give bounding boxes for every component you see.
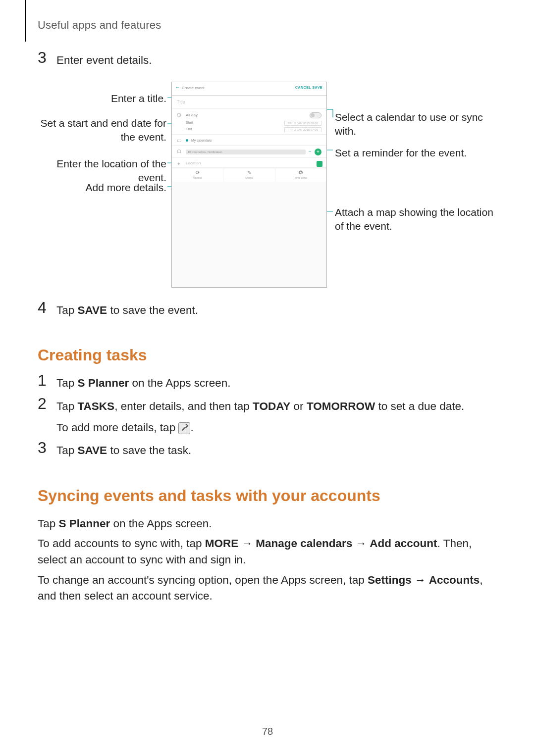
page-number: 78 bbox=[0, 726, 535, 737]
text-fragment: Tap bbox=[56, 304, 78, 316]
tasks-step-3: 3 Tap SAVE to save the task. bbox=[38, 443, 497, 459]
document-page: Useful apps and features 3 Enter event d… bbox=[0, 0, 535, 756]
today-keyword: TODAY bbox=[253, 400, 290, 412]
bell-icon: ☖ bbox=[176, 149, 182, 154]
start-value: FRI, 2 JAN 2015 08:00 bbox=[284, 121, 321, 126]
step-subtext: To add more details, tap . bbox=[56, 420, 497, 436]
text-fragment: on the Apps screen. bbox=[110, 517, 212, 530]
more-repeat: ⟳ Repeat bbox=[172, 168, 223, 182]
splanner-keyword: S Planner bbox=[78, 377, 129, 389]
more-details-row: ⟳ Repeat ✎ Memo ✪ Time zone bbox=[172, 168, 326, 182]
tasks-step-2: 2 Tap TASKS, enter details, and then tap… bbox=[38, 399, 497, 436]
step-number: 4 bbox=[38, 300, 47, 315]
callout-select-calendar: Select a calendar to use or sync with. bbox=[335, 110, 493, 139]
save-keyword: SAVE bbox=[78, 304, 107, 316]
callout-start-end-date: Set a start and end date for the event. bbox=[38, 116, 166, 145]
step-text: Tap SAVE to save the event. bbox=[56, 302, 497, 319]
reminder-section: ☖ 10 min before, Notification − + bbox=[172, 146, 326, 158]
phone-screenshot: ← Create event CANCEL SAVE Title ◷ All d… bbox=[171, 82, 327, 288]
all-day-row: All day bbox=[186, 112, 321, 119]
tasks-keyword: TASKS bbox=[78, 400, 115, 412]
memo-label: Memo bbox=[223, 176, 274, 179]
start-row: Start FRI, 2 JAN 2015 08:00 bbox=[186, 121, 321, 126]
step-text: Tap SAVE to save the task. bbox=[56, 443, 497, 459]
more-memo: ✎ Memo bbox=[223, 168, 274, 182]
expand-edit-icon bbox=[178, 422, 190, 434]
add-account-keyword: Add account bbox=[370, 537, 437, 550]
phone-header: ← Create event CANCEL SAVE bbox=[172, 82, 326, 96]
clock-icon: ◷ bbox=[176, 112, 182, 118]
arrow: → bbox=[352, 537, 370, 550]
start-label: Start bbox=[186, 121, 193, 126]
step-number: 1 bbox=[38, 372, 47, 388]
repeat-label: Repeat bbox=[172, 176, 223, 179]
event-editor-figure: Enter a title. Set a start and end date … bbox=[38, 82, 497, 288]
callout-attach-map: Attach a map showing the location of the… bbox=[335, 205, 493, 234]
pin-icon: ⌖ bbox=[176, 161, 182, 167]
all-day-toggle bbox=[310, 112, 321, 118]
map-button-icon bbox=[317, 161, 322, 167]
calendar-icon: ▭ bbox=[176, 138, 182, 144]
end-label: End bbox=[186, 127, 192, 132]
step-text: Enter event details. bbox=[56, 52, 497, 69]
text-fragment: Tap bbox=[56, 377, 78, 389]
text-fragment: to set a due date. bbox=[375, 400, 464, 412]
text-fragment: to save the event. bbox=[107, 304, 198, 316]
settings-keyword: Settings bbox=[368, 574, 412, 586]
step-4: 4 Tap SAVE to save the event. bbox=[38, 302, 497, 319]
text-fragment: . bbox=[190, 421, 193, 434]
text-fragment: Tap bbox=[56, 444, 78, 456]
all-day-label: All day bbox=[186, 113, 198, 117]
step-text: Tap TASKS, enter details, and then tap T… bbox=[56, 399, 497, 415]
repeat-icon: ⟳ bbox=[172, 170, 223, 175]
title-field: Title bbox=[172, 96, 326, 109]
arrow: → bbox=[412, 574, 429, 586]
text-fragment: To add more details, tap bbox=[56, 421, 178, 434]
manage-calendars-keyword: Manage calendars bbox=[256, 537, 352, 550]
more-keyword: MORE bbox=[205, 537, 239, 550]
text-fragment: , enter details, and then tap bbox=[114, 400, 253, 412]
more-timezone: ✪ Time zone bbox=[275, 168, 326, 182]
timezone-icon: ✪ bbox=[275, 170, 326, 175]
memo-icon: ✎ bbox=[223, 170, 274, 175]
callout-reminder: Set a reminder for the event. bbox=[335, 146, 493, 160]
location-section: ⌖ Location bbox=[172, 158, 326, 168]
step-number: 3 bbox=[38, 50, 47, 65]
back-arrow-icon: ← bbox=[175, 85, 180, 90]
header-actions: CANCEL SAVE bbox=[295, 86, 322, 89]
margin-rule bbox=[25, 0, 26, 42]
step-number: 2 bbox=[38, 396, 47, 411]
tasks-step-1: 1 Tap S Planner on the Apps screen. bbox=[38, 375, 497, 392]
text-fragment: To change an account's syncing option, o… bbox=[38, 574, 368, 586]
calendar-name: My calendars bbox=[191, 139, 212, 142]
text-fragment: Tap bbox=[38, 517, 59, 530]
end-row: End FRI, 2 JAN 2015 07:00 bbox=[186, 127, 321, 132]
text-fragment: or bbox=[290, 400, 307, 412]
callout-enter-title: Enter a title. bbox=[38, 92, 166, 105]
step-number: 3 bbox=[38, 440, 47, 455]
timezone-label: Time zone bbox=[275, 176, 326, 179]
remove-reminder-icon: − bbox=[308, 150, 313, 154]
calendar-row: My calendars bbox=[186, 138, 321, 143]
callout-more-details: Add more details. bbox=[38, 181, 166, 195]
text-fragment: Tap bbox=[56, 400, 78, 412]
text-fragment: on the Apps screen. bbox=[129, 377, 230, 389]
reminder-pill: 10 min before, Notification bbox=[186, 150, 306, 154]
heading-syncing: Syncing events and tasks with your accou… bbox=[38, 487, 497, 505]
save-keyword: SAVE bbox=[78, 444, 107, 456]
add-reminder-icon: + bbox=[315, 149, 321, 155]
header-title: Create event bbox=[182, 86, 205, 90]
text-fragment: To add accounts to sync with, tap bbox=[38, 537, 205, 550]
calendar-color-icon bbox=[186, 139, 188, 142]
arrow: → bbox=[238, 537, 256, 550]
syncing-paragraph-2: To add accounts to sync with, tap MORE →… bbox=[38, 536, 497, 568]
syncing-paragraph-3: To change an account's syncing option, o… bbox=[38, 572, 497, 605]
calendar-section: ▭ My calendars bbox=[172, 135, 326, 146]
heading-creating-tasks: Creating tasks bbox=[38, 346, 497, 364]
text-fragment: to save the task. bbox=[107, 444, 191, 456]
end-value: FRI, 2 JAN 2015 07:00 bbox=[284, 127, 321, 132]
step-text: Tap S Planner on the Apps screen. bbox=[56, 375, 497, 392]
running-header: Useful apps and features bbox=[38, 19, 161, 32]
accounts-keyword: Accounts bbox=[429, 574, 480, 586]
page-content: 3 Enter event details. Enter a title. Se… bbox=[38, 49, 497, 608]
